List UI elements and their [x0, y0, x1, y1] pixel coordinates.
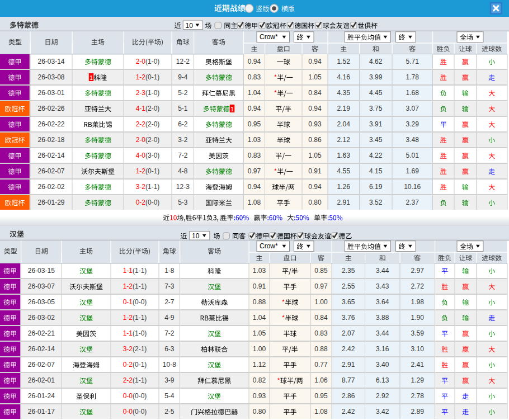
svg-text:26-02-18: 26-02-18: [37, 136, 64, 144]
svg-text:4.15: 4.15: [369, 167, 383, 175]
svg-text:10: 10: [192, 232, 200, 240]
svg-text:0.94: 0.94: [308, 183, 322, 191]
svg-text:3.40: 3.40: [376, 361, 389, 369]
svg-text:1.63: 1.63: [337, 152, 351, 159]
svg-text:0.82: 0.82: [253, 376, 266, 384]
svg-text:4.55: 4.55: [337, 167, 351, 175]
svg-text:2-0(2-0): 2-0(2-0): [136, 136, 160, 144]
svg-text:1.03: 1.03: [248, 136, 261, 144]
svg-text:26-02-07: 26-02-07: [37, 167, 64, 175]
svg-text:2.35: 2.35: [342, 267, 355, 275]
svg-text:3.88: 3.88: [376, 314, 389, 322]
svg-text:0.83: 0.83: [248, 152, 261, 159]
svg-text:3.75: 3.75: [369, 105, 383, 112]
svg-text:1.98: 1.98: [411, 298, 425, 306]
svg-text:7-2: 7-2: [178, 152, 188, 159]
svg-text:5-1: 5-1: [178, 105, 188, 112]
svg-text:3.99: 3.99: [369, 73, 383, 81]
svg-text:1.04: 1.04: [248, 89, 261, 97]
svg-text:1-2(1-1): 1-2(1-1): [123, 314, 147, 322]
svg-text:4.45: 4.45: [369, 89, 383, 97]
svg-text:3.76: 3.76: [342, 314, 355, 322]
svg-text:1: 1: [230, 106, 234, 112]
svg-text:1-2(0-1): 1-2(0-1): [136, 73, 160, 81]
svg-text:26-03-07: 26-03-07: [28, 282, 55, 290]
svg-text:0.95: 0.95: [314, 392, 328, 400]
svg-text:0.84: 0.84: [314, 314, 328, 322]
svg-text:2.42: 2.42: [342, 345, 355, 353]
svg-text:2.89: 2.89: [411, 408, 425, 416]
svg-text:9-4: 9-4: [178, 73, 188, 81]
svg-text:1.03: 1.03: [253, 267, 266, 275]
svg-text:1-2(1-1): 1-2(1-1): [123, 282, 147, 290]
svg-text:10-8: 10-8: [163, 361, 176, 369]
svg-text:0.94: 0.94: [248, 58, 261, 65]
svg-text:2.12: 2.12: [337, 136, 351, 144]
svg-text:1-8: 1-8: [164, 267, 175, 275]
svg-text:26-03-05: 26-03-05: [28, 298, 55, 306]
svg-text:4-1(2-0): 4-1(2-0): [136, 105, 160, 112]
svg-text:0.88: 0.88: [253, 298, 266, 306]
svg-text:1.05: 1.05: [308, 152, 322, 159]
svg-text:3.29: 3.29: [406, 120, 420, 128]
svg-text:0.91: 0.91: [308, 167, 322, 175]
svg-text:26-02-22: 26-02-22: [37, 120, 64, 128]
svg-text:0.80: 0.80: [308, 199, 322, 206]
svg-text:3.91: 3.91: [369, 120, 383, 128]
svg-text:1-1(1-1): 1-1(1-1): [123, 267, 147, 275]
svg-text:1.12: 1.12: [253, 361, 266, 369]
svg-text:3.16: 3.16: [376, 345, 389, 353]
svg-text:2.42: 2.42: [342, 408, 355, 416]
svg-text:0.83: 0.83: [314, 329, 328, 337]
svg-text:0.93: 0.93: [308, 120, 322, 128]
svg-text:0.94: 0.94: [308, 105, 322, 112]
svg-text:26-02-01: 26-02-01: [28, 376, 55, 384]
svg-text:1.04: 1.04: [253, 314, 266, 322]
svg-text:2-5: 2-5: [164, 408, 175, 416]
svg-text:2.78: 2.78: [411, 392, 425, 400]
svg-text:3.48: 3.48: [406, 136, 420, 144]
svg-text:12-2: 12-2: [176, 58, 190, 65]
svg-text:3-9: 3-9: [164, 376, 175, 384]
svg-text:26-02-02: 26-02-02: [37, 183, 64, 191]
svg-text:7-3: 7-3: [164, 282, 175, 290]
svg-text:26-02-07: 26-02-07: [28, 361, 55, 369]
svg-text:3.45: 3.45: [369, 136, 383, 144]
svg-text:3.65: 3.65: [342, 298, 355, 306]
svg-text:Crow*: Crow*: [260, 33, 278, 41]
svg-text:3.42: 3.42: [376, 408, 389, 416]
svg-text:26-03-01: 26-03-01: [37, 89, 64, 97]
svg-text:0.97: 0.97: [314, 282, 328, 290]
svg-text:2-2(2-0): 2-2(2-0): [136, 120, 160, 128]
svg-text:2.04: 2.04: [337, 120, 351, 128]
svg-text:1.00: 1.00: [314, 298, 328, 306]
svg-text:0.80: 0.80: [253, 408, 266, 416]
svg-text:0.93: 0.93: [253, 392, 266, 400]
svg-text:1-1(1-0): 1-1(1-0): [123, 329, 147, 337]
svg-text:2.37: 2.37: [406, 199, 420, 206]
svg-text:2.72: 2.72: [411, 282, 425, 290]
svg-text:26-02-14: 26-02-14: [37, 152, 64, 159]
svg-text:1.90: 1.90: [411, 314, 425, 322]
svg-text:1.00: 1.00: [253, 345, 266, 353]
svg-text:1.05: 1.05: [308, 73, 322, 81]
svg-text:0.94: 0.94: [248, 183, 261, 191]
svg-text:4.16: 4.16: [337, 73, 351, 81]
svg-text:3.10: 3.10: [411, 345, 425, 353]
svg-text:3-2(1-1): 3-2(1-1): [136, 183, 160, 191]
svg-text:26-03-14: 26-03-14: [37, 58, 64, 65]
svg-text:2.92: 2.92: [376, 392, 389, 400]
svg-text:1.05: 1.05: [253, 329, 266, 337]
svg-text:1.69: 1.69: [406, 167, 420, 175]
svg-text:1.29: 1.29: [411, 376, 425, 384]
svg-text:26-01-24: 26-01-24: [28, 392, 55, 400]
svg-text:2.07: 2.07: [342, 329, 355, 337]
svg-text:0.97: 0.97: [248, 167, 261, 175]
svg-text:10.16: 10.16: [404, 183, 421, 191]
svg-text:3.44: 3.44: [376, 329, 389, 337]
svg-text:4.22: 4.22: [369, 152, 383, 159]
svg-text:3.43: 3.43: [376, 282, 389, 290]
svg-text:4.35: 4.35: [337, 89, 351, 97]
svg-text:5-3: 5-3: [178, 199, 188, 206]
svg-text:0-0(0-0): 0-0(0-0): [123, 408, 147, 416]
